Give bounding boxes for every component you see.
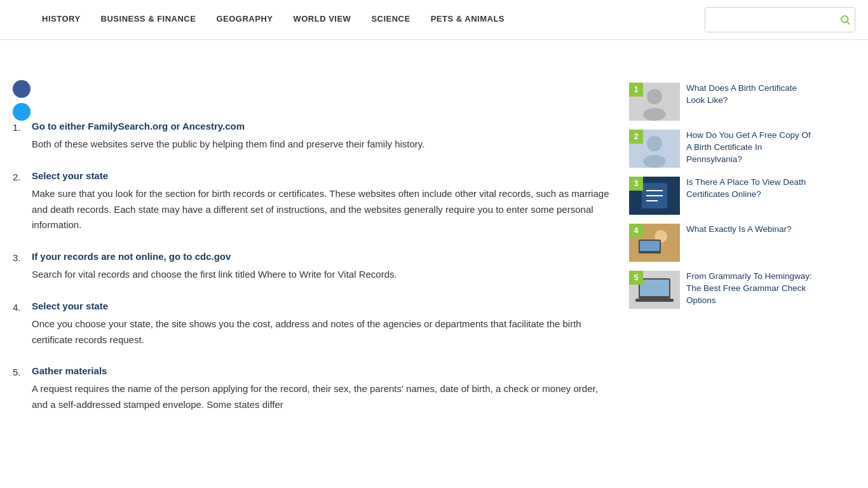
trending-item: 3 Is There A Place To View Death Certifi…	[629, 177, 813, 215]
main-nav: HISTORY BUSINESS & FINANCE GEOGRAPHY WOR…	[32, 0, 705, 40]
step-item: 2. Select your state Make sure that you …	[13, 170, 610, 233]
svg-point-0	[841, 16, 848, 23]
trending-rank-img-2: 2	[629, 130, 680, 168]
svg-rect-20	[635, 299, 674, 302]
trending-rank-badge: 2	[629, 130, 643, 144]
step-content: Gather materials A request requires the …	[32, 365, 610, 413]
main-container: 1. Go to either FamilySearch.org or Ance…	[0, 65, 868, 431]
trending-rank-img-4: 4	[629, 224, 680, 262]
trending-item: 4 What Exactly Is A Webinar?	[629, 224, 813, 262]
step-content: Select your state Make sure that you loo…	[32, 170, 610, 233]
trending-rank-badge: 3	[629, 177, 643, 191]
svg-rect-16	[640, 241, 660, 251]
site-header: HISTORY BUSINESS & FINANCE GEOGRAPHY WOR…	[0, 0, 868, 40]
nav-business-finance[interactable]: BUSINESS & FINANCE	[91, 0, 207, 40]
trending-article-link[interactable]: Is There A Place To View Death Certifica…	[686, 177, 813, 201]
steps-list: 1. Go to either FamilySearch.org or Ance…	[13, 121, 610, 413]
trending-rank-badge: 5	[629, 271, 643, 285]
article: 1. Go to either FamilySearch.org or Ance…	[13, 65, 610, 431]
trending-item: 5 From Grammarly To Hemingway: The Best …	[629, 271, 813, 309]
step-content: If your records are not online, go to cd…	[32, 251, 610, 283]
step-number: 1.	[13, 121, 25, 152]
step-title: Select your state	[32, 301, 610, 311]
trending-article-link[interactable]: From Grammarly To Hemingway: The Best Fr…	[686, 271, 813, 307]
step-desc: Search for vital records and choose the …	[32, 267, 610, 283]
trending-rank-img-1: 1	[629, 83, 680, 121]
nav-science[interactable]: SCIENCE	[361, 0, 420, 40]
sidebar: 1 What Does A Birth Certificate Look Lik…	[629, 65, 813, 431]
step-desc: Both of these websites serve the public …	[32, 137, 610, 152]
step-number: 3.	[13, 251, 25, 283]
svg-point-6	[647, 136, 662, 151]
nav-history[interactable]: HISTORY	[32, 0, 91, 40]
search-icon	[839, 14, 851, 25]
step-number: 5.	[13, 365, 25, 413]
trending-article-link[interactable]: What Exactly Is A Webinar?	[686, 224, 792, 236]
svg-line-1	[847, 22, 850, 24]
social-share	[13, 80, 31, 121]
step-title: If your records are not online, go to cd…	[32, 251, 610, 262]
nav-pets-animals[interactable]: PETS & ANIMALS	[421, 0, 515, 40]
step-item: 5. Gather materials A request requires t…	[13, 365, 610, 413]
step-desc: Make sure that you look for the section …	[32, 186, 610, 233]
nav-world-view[interactable]: WORLD VIEW	[283, 0, 361, 40]
search-button[interactable]	[832, 8, 855, 32]
nav-geography[interactable]: GEOGRAPHY	[206, 0, 283, 40]
trending-rank-badge: 1	[629, 83, 643, 97]
step-content: Go to either FamilySearch.org or Ancestr…	[32, 121, 610, 152]
svg-rect-19	[640, 280, 669, 296]
trending-item: 2 How Do You Get A Free Copy Of A Birth …	[629, 130, 813, 168]
step-desc: A request requires the name of the perso…	[32, 381, 610, 413]
step-content: Select your state Once you choose your s…	[32, 301, 610, 348]
svg-point-4	[643, 108, 666, 121]
step-item: 4. Select your state Once you choose you…	[13, 301, 610, 348]
step-number: 4.	[13, 301, 25, 348]
trending-article-link[interactable]: What Does A Birth Certificate Look Like?	[686, 83, 813, 107]
article-body	[13, 78, 610, 121]
trending-article-link[interactable]: How Do You Get A Free Copy Of A Birth Ce…	[686, 130, 813, 166]
trending-rank-img-5: 5	[629, 271, 680, 309]
svg-point-7	[643, 155, 666, 168]
step-item: 1. Go to either FamilySearch.org or Ance…	[13, 121, 610, 152]
svg-point-3	[647, 89, 662, 104]
step-title: Go to either FamilySearch.org or Ancestr…	[32, 121, 610, 132]
trending-rank-badge: 4	[629, 224, 643, 238]
step-title: Gather materials	[32, 365, 610, 376]
step-number: 2.	[13, 170, 25, 233]
search-container	[705, 7, 855, 32]
trending-rank-img-3: 3	[629, 177, 680, 215]
step-desc: Once you choose your state, the site sho…	[32, 316, 610, 348]
trending-item: 1 What Does A Birth Certificate Look Lik…	[629, 83, 813, 121]
search-input[interactable]	[705, 8, 832, 32]
facebook-share-button[interactable]	[13, 80, 31, 98]
trending-list: 1 What Does A Birth Certificate Look Lik…	[629, 83, 813, 309]
twitter-share-button[interactable]	[13, 103, 31, 121]
step-item: 3. If your records are not online, go to…	[13, 251, 610, 283]
breadcrumb	[0, 40, 868, 65]
step-title: Select your state	[32, 170, 610, 181]
